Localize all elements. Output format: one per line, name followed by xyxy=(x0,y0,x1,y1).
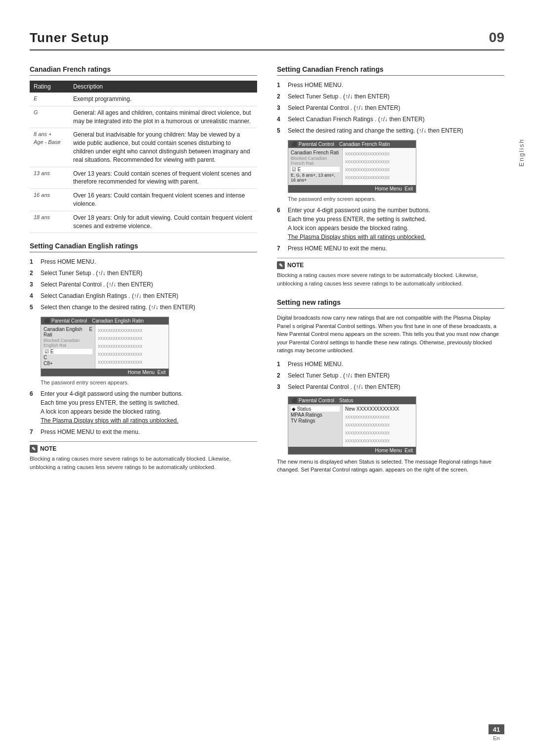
step-num: 6 xyxy=(277,206,284,241)
english-note-title: ✎ NOTE xyxy=(30,445,257,453)
new-ratings-content: New XXXXXXXXXXXXX xyxy=(345,406,413,412)
new-ratings-row-mpaa: MPAA Ratings xyxy=(291,412,340,418)
french-screen-header: ⬛ Parental Control Canadian French Ratin xyxy=(288,141,416,148)
screen-row-e: ☑ E xyxy=(44,349,92,354)
new-ratings-intro: Digital broadcasts now carry new ratings… xyxy=(277,314,504,355)
step-num: 3 xyxy=(277,382,284,391)
rating-cell: G xyxy=(30,106,69,128)
step-num: 2 xyxy=(277,371,284,380)
step-text: Select Canadian French Ratings . (↑/↓ th… xyxy=(288,115,504,124)
new-ratings-header-left: ⬛ Parental Control xyxy=(291,398,334,403)
english-screen-left: Canadian English Rati E Blocked Canadian… xyxy=(41,325,95,369)
french-note-text: Blocking a rating causes more severe rat… xyxy=(277,271,504,287)
step-num: 3 xyxy=(277,103,284,112)
step-text: Select Parental Control . (↑/↓ then ENTE… xyxy=(288,103,504,112)
screen-row-c8: C8+ xyxy=(44,361,92,366)
french-blocked-label: Blocked Canadian French Rati xyxy=(291,156,340,166)
list-item: 6Enter your 4-digit password using the n… xyxy=(30,389,257,425)
english-screen-footer: Home Menu Exit xyxy=(41,369,169,376)
description-cell: Exempt programming. xyxy=(69,93,257,106)
list-item: 1Press HOME MENU. xyxy=(30,257,257,266)
description-cell: Over 18 years: Only for adult viewing. C… xyxy=(69,211,257,233)
right-french-steps-after: 6Enter your 4-digit password using the n… xyxy=(277,206,504,253)
step-text: Press HOME MENU to exit the menu. xyxy=(41,427,257,436)
right-column: Setting Canadian French ratings 1Press H… xyxy=(277,65,504,474)
list-item: 2Select Tuner Setup . (↑/↓ then ENTER) xyxy=(277,371,504,380)
english-note-text: Blocking a rating causes more severe rat… xyxy=(30,455,257,471)
list-item: 4Select Canadian French Ratings . (↑/↓ t… xyxy=(277,115,504,124)
rating-cell: E xyxy=(30,93,69,106)
french-ratings-table: Rating Description EExempt programming.G… xyxy=(30,81,257,233)
page-container: Tuner Setup 09 English Canadian French r… xyxy=(0,0,534,756)
step-text: Select Tuner Setup . (↑/↓ then ENTER) xyxy=(41,269,257,278)
list-item: 5Select then change to the desired ratin… xyxy=(30,303,257,312)
french-screen-left: Canadian French Rati Blocked Canadian Fr… xyxy=(288,148,343,185)
new-ratings-screen-footer: Home Menu Exit xyxy=(288,447,416,454)
table-row: 13 ansOver 13 years: Could contain scene… xyxy=(30,167,257,189)
page-header: Tuner Setup 09 xyxy=(30,30,504,50)
french-row-detail: E, G, 8 ans+, 13 ans+, 16 ans+ xyxy=(291,173,340,183)
screen-row-label: Canadian English Rati E xyxy=(44,327,92,337)
english-screen-header-left: ⬛ Parental Control xyxy=(44,318,87,324)
step-num: 4 xyxy=(30,291,37,300)
description-cell: General but inadvisable for young childr… xyxy=(69,128,257,167)
left-column: Canadian French ratings Rating Descripti… xyxy=(30,65,257,474)
step-text: Enter your 4-digit password using the nu… xyxy=(288,206,504,241)
english-screen-right: xxxxxxxxxxxxxxxxxx xxxxxxxxxxxxxxxxxx xx… xyxy=(95,325,169,369)
list-item: 2Select Tuner Setup . (↑/↓ then ENTER) xyxy=(30,269,257,278)
step-num: 5 xyxy=(30,303,37,312)
list-item: 3Select Parental Control . (↑/↓ then ENT… xyxy=(30,280,257,289)
list-item: 1Press HOME MENU. xyxy=(277,81,504,90)
page-num: 41 xyxy=(489,724,504,734)
new-ratings-screen-left: ◆ Status MPAA Ratings TV Ratings xyxy=(288,404,343,447)
step-text: Select Tuner Setup . (↑/↓ then ENTER) xyxy=(288,371,504,380)
rating-cell: 18 ans xyxy=(30,211,69,233)
list-item: 1Press HOME MENU. xyxy=(277,360,504,369)
new-ratings-screen-header: ⬛ Parental Control Status xyxy=(288,397,416,404)
french-screen-footer: Home Menu Exit xyxy=(288,185,416,192)
step-text: Select Parental Control . (↑/↓ then ENTE… xyxy=(288,382,504,391)
col-rating: Rating xyxy=(30,81,69,93)
french-note-icon: ✎ xyxy=(277,261,285,269)
french-screen-right: xxxxxxxxxxxxxxxxxx xxxxxxxxxxxxxxxxxx xx… xyxy=(343,148,416,185)
step-num: 6 xyxy=(30,389,37,425)
page-footer: 41 En xyxy=(489,724,504,741)
step-num: 1 xyxy=(277,360,284,369)
description-cell: Over 13 years: Could contain scenes of f… xyxy=(69,167,257,189)
table-row: 18 ansOver 18 years: Only for adult view… xyxy=(30,211,257,233)
table-row: GGeneral: All ages and children, contain… xyxy=(30,106,257,128)
english-note-box: ✎ NOTE Blocking a rating causes more sev… xyxy=(30,441,257,471)
step-text: Select the desired rating and change the… xyxy=(288,126,504,135)
step-num: 2 xyxy=(30,269,37,278)
step-num: 5 xyxy=(277,126,284,135)
english-steps-after: 6Enter your 4-digit password using the n… xyxy=(30,389,257,436)
list-item: 2Select Tuner Setup . (↑/↓ then ENTER) xyxy=(277,92,504,101)
side-language-label: English xyxy=(518,139,525,167)
table-row: EExempt programming. xyxy=(30,93,257,106)
description-cell: Over 16 years: Could contain frequent vi… xyxy=(69,189,257,211)
french-screen-header-right: Canadian French Ratin xyxy=(339,142,390,147)
description-cell: General: All ages and children, contains… xyxy=(69,106,257,128)
step-text: Select Parental Control . (↑/↓ then ENTE… xyxy=(41,280,257,289)
list-item: 4Select Canadian English Ratings . (↑/↓ … xyxy=(30,291,257,300)
step-text: Press HOME MENU. xyxy=(288,81,504,90)
list-item: 6Enter your 4-digit password using the n… xyxy=(277,206,504,241)
french-screen-header-left: ⬛ Parental Control xyxy=(291,142,334,147)
list-item: 7Press HOME MENU to exit the menu. xyxy=(277,244,504,253)
list-item: 3Select Parental Control . (↑/↓ then ENT… xyxy=(277,382,504,391)
step-text: Press HOME MENU. xyxy=(41,257,257,266)
rating-cell: 16 ans xyxy=(30,189,69,211)
new-ratings-screen-mockup: ⬛ Parental Control Status ◆ Status MPAA … xyxy=(288,396,416,455)
content-columns: Canadian French ratings Rating Descripti… xyxy=(30,65,504,474)
step-num: 1 xyxy=(30,257,37,266)
step-num: 7 xyxy=(277,244,284,253)
english-screen-header-right: Canadian English Ratin xyxy=(92,318,144,324)
right-french-heading: Setting Canadian French ratings xyxy=(277,65,504,76)
new-ratings-steps: 1Press HOME MENU.2Select Tuner Setup . (… xyxy=(277,360,504,391)
screen-blocked-label: Blocked Canadian English Rat xyxy=(44,338,92,348)
french-screen-body: Canadian French Rati Blocked Canadian Fr… xyxy=(288,148,416,185)
english-screen-mockup: ⬛ Parental Control Canadian English Rati… xyxy=(41,317,169,377)
list-item: 3Select Parental Control . (↑/↓ then ENT… xyxy=(277,103,504,112)
french-screen-row-label: Canadian French Rati xyxy=(291,150,340,155)
note-icon: ✎ xyxy=(30,445,38,453)
